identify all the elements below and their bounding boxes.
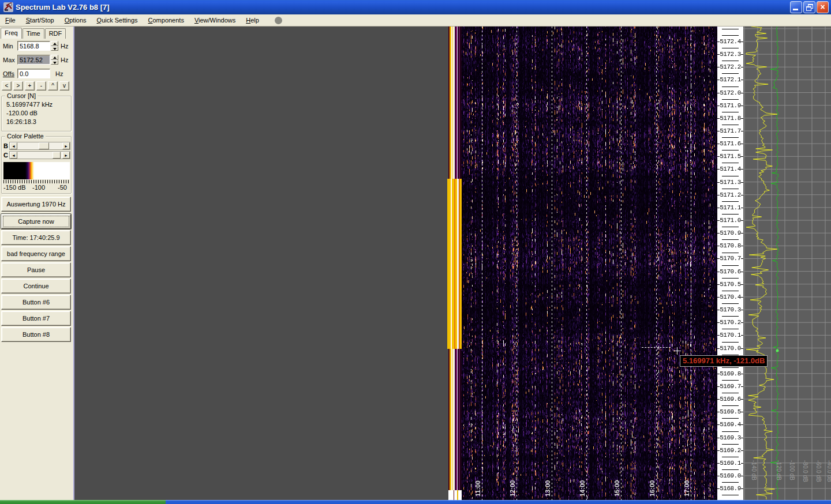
hour-gridline bbox=[691, 27, 691, 500]
waterfall-overlay: 11:0012:0013:0014:0015:0016:0017:00 bbox=[462, 27, 717, 500]
cursor-group-title: Cursor [N] bbox=[5, 92, 38, 99]
arrow-right-icon[interactable]: ► bbox=[62, 142, 70, 149]
freq-minor-tick bbox=[722, 201, 739, 202]
freq-tick-label: 5169.1 bbox=[717, 458, 743, 468]
freq-minor-tick bbox=[722, 163, 739, 163]
cursor-time: 16:26:18.3 bbox=[6, 118, 36, 125]
pause-button[interactable]: Pause bbox=[1, 262, 71, 277]
menu-start-stop[interactable]: Start/Stop bbox=[21, 15, 59, 25]
hour-gridline bbox=[621, 27, 622, 500]
freq-tick-label: 5171.0 bbox=[717, 216, 743, 225]
min-freq-field[interactable]: 5168.8 bbox=[17, 41, 50, 51]
spin-down-icon[interactable] bbox=[51, 46, 58, 51]
db-label: -100 dB bbox=[789, 460, 795, 480]
auswertung-button[interactable]: Auswertung 1970 Hz bbox=[1, 197, 71, 212]
tab-freq[interactable]: Freq bbox=[1, 28, 22, 39]
hour-gridline bbox=[552, 27, 552, 500]
freq-tick-label: 5170.9 bbox=[717, 228, 743, 238]
hour-label: 17:00 bbox=[683, 480, 690, 497]
palette-scale-label: -50 bbox=[58, 184, 67, 191]
close-button[interactable]: × bbox=[817, 1, 829, 13]
freq-tick-label: 5169.3 bbox=[717, 433, 743, 442]
freq-tick-label: 5170.4 bbox=[717, 292, 743, 302]
menu-help[interactable]: Help bbox=[241, 15, 264, 25]
arrow-left-icon[interactable]: ◄ bbox=[10, 142, 17, 149]
time-button[interactable]: Time: 17:40:25.9 bbox=[1, 230, 71, 245]
spin-down-icon[interactable] bbox=[51, 60, 58, 65]
freq-tick-label: 5172.1 bbox=[717, 75, 743, 84]
freq-minor-tick bbox=[722, 444, 739, 445]
menu-quick-settings[interactable]: Quick Settings bbox=[92, 15, 143, 25]
spin-up-icon[interactable] bbox=[51, 41, 58, 46]
continue-button[interactable]: Continue bbox=[1, 279, 71, 294]
freq-minor-tick bbox=[722, 35, 739, 36]
palette-scale: -150 dB -100 -50 bbox=[2, 184, 72, 192]
freq-minor-tick bbox=[722, 469, 739, 470]
panel-tabs: Freq Time RDF bbox=[1, 28, 66, 39]
frequency-scale[interactable]: 5172.45172.35172.25172.15172.05171.95171… bbox=[717, 27, 743, 500]
contrast-slider[interactable]: ◄ ► bbox=[9, 151, 70, 159]
menu-components[interactable]: Components bbox=[143, 15, 189, 25]
freq-tick-label: 5169.0 bbox=[717, 471, 743, 480]
offs-label[interactable]: Offs bbox=[3, 70, 14, 77]
min-spinner[interactable] bbox=[51, 41, 58, 51]
palette-scale-label: -150 dB bbox=[3, 184, 26, 191]
freq-tick-label: 5170.3 bbox=[717, 305, 743, 314]
button-8[interactable]: Button #8 bbox=[1, 327, 71, 342]
brightness-slider-thumb[interactable] bbox=[39, 142, 49, 149]
offset-field[interactable]: 0.0 bbox=[17, 69, 50, 78]
arrow-left-icon[interactable]: ◄ bbox=[10, 152, 17, 159]
zoom-in-button[interactable]: + bbox=[25, 81, 35, 91]
freq-tick-label: 5169.7 bbox=[717, 382, 743, 391]
shift-down-button[interactable]: v bbox=[59, 81, 69, 91]
freq-tick-label: 5171.6 bbox=[717, 139, 743, 148]
scroll-right-button[interactable]: > bbox=[13, 81, 23, 91]
scroll-left-button[interactable]: < bbox=[2, 81, 12, 91]
freq-minor-tick bbox=[722, 393, 739, 393]
freq-tick-label: 5171.2 bbox=[717, 190, 743, 200]
contrast-slider-thumb[interactable] bbox=[53, 152, 61, 159]
shift-up-button[interactable]: ^ bbox=[48, 81, 58, 91]
freq-minor-tick bbox=[722, 457, 739, 457]
close-icon: × bbox=[817, 2, 828, 13]
bad-frequency-range-button[interactable]: bad frequency range bbox=[1, 246, 71, 261]
menu-file[interactable]: File bbox=[0, 15, 21, 25]
button-6[interactable]: Button #6 bbox=[1, 295, 71, 310]
db-label: -120 dB bbox=[776, 460, 782, 480]
arrow-right-icon[interactable]: ► bbox=[62, 152, 70, 159]
spin-up-icon[interactable] bbox=[51, 55, 58, 60]
menu-options[interactable]: Options bbox=[59, 15, 92, 25]
capture-now-button[interactable]: Capture now bbox=[1, 214, 71, 229]
button-7[interactable]: Button #7 bbox=[1, 311, 71, 326]
app-window: Spectrum Lab V2.76 b8 [7] × File Start/S… bbox=[0, 0, 831, 504]
freq-minor-tick bbox=[722, 495, 739, 495]
freq-minor-tick bbox=[722, 112, 739, 112]
titlebar[interactable]: Spectrum Lab V2.76 b8 [7] × bbox=[0, 0, 831, 14]
menu-view-windows[interactable]: View/Windows bbox=[189, 15, 241, 25]
freq-tick-label: 5170.1 bbox=[717, 330, 743, 340]
freq-minor-tick bbox=[722, 61, 739, 61]
spectrum-graph-panel[interactable]: -140 dB-120 dB-100 dB-80.0 dB-60.0 dB-40… bbox=[743, 27, 831, 500]
freq-minor-tick bbox=[722, 405, 739, 406]
app-icon bbox=[3, 2, 13, 12]
restore-button[interactable] bbox=[803, 1, 815, 13]
tab-rdf[interactable]: RDF bbox=[45, 28, 66, 39]
tab-time[interactable]: Time bbox=[23, 28, 44, 39]
zoom-out-button[interactable]: - bbox=[36, 81, 46, 91]
freq-tick-label: 5171.9 bbox=[717, 101, 743, 110]
waterfall-edge-stripes-bottom bbox=[448, 490, 462, 500]
freq-minor-tick bbox=[722, 303, 739, 304]
minimize-button[interactable] bbox=[790, 1, 802, 13]
freq-minor-tick bbox=[722, 278, 739, 279]
start-button-edge[interactable] bbox=[0, 500, 166, 504]
freq-minor-tick bbox=[722, 86, 739, 87]
brightness-slider[interactable]: ◄ ► bbox=[9, 142, 70, 150]
waterfall-display[interactable]: 11:0012:0013:0014:0015:0016:0017:00 bbox=[462, 27, 717, 500]
freq-minor-tick bbox=[722, 137, 739, 138]
taskbar-edge[interactable] bbox=[166, 500, 831, 504]
max-spinner[interactable] bbox=[51, 55, 58, 65]
freq-tick-label: 5169.8 bbox=[717, 369, 743, 378]
freq-tick-label: 5171.3 bbox=[717, 178, 743, 187]
freq-minor-tick bbox=[722, 291, 739, 291]
max-freq-field[interactable]: 5172.52 bbox=[17, 55, 50, 65]
